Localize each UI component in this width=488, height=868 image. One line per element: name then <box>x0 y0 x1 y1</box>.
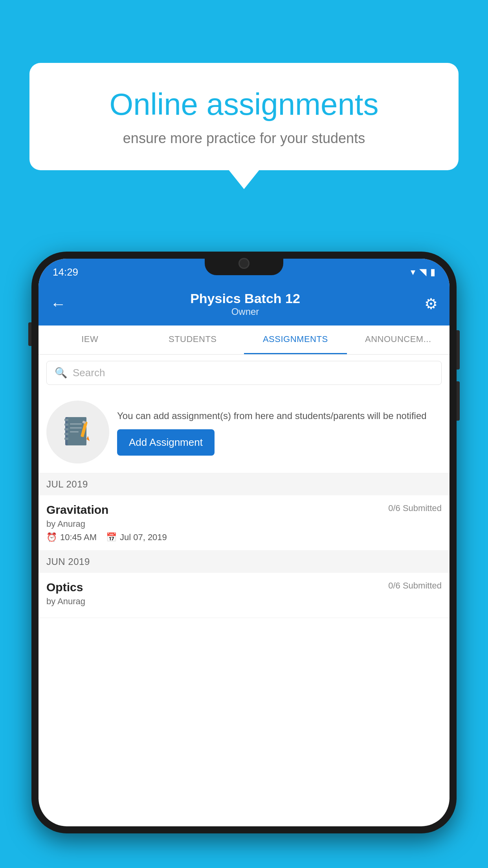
promo-icon-circle <box>46 401 109 463</box>
search-placeholder: Search <box>73 367 105 379</box>
speech-bubble: Online assignments ensure more practice … <box>29 63 459 170</box>
calendar-icon: 📅 <box>106 532 117 542</box>
section-jun-2019: JUN 2019 <box>39 551 449 573</box>
speech-bubble-area: Online assignments ensure more practice … <box>29 63 459 170</box>
status-time: 14:29 <box>53 266 78 278</box>
search-container: 🔍 Search <box>39 355 449 391</box>
notebook-icon <box>62 416 94 449</box>
assignment-optics-header-row: Optics 0/6 Submitted <box>46 581 442 594</box>
svg-rect-7 <box>70 423 82 425</box>
assignment-optics-author: by Anurag <box>46 596 442 607</box>
svg-rect-3 <box>64 423 68 426</box>
wifi-icon: ▾ <box>411 267 415 278</box>
back-button[interactable]: ← <box>50 295 66 313</box>
volume-down-button <box>457 381 460 421</box>
date-value: Jul 07, 2019 <box>120 532 167 542</box>
search-input-wrapper[interactable]: 🔍 Search <box>46 361 442 385</box>
svg-marker-11 <box>86 436 90 441</box>
speech-bubble-subtitle: ensure more practice for your students <box>57 130 431 147</box>
phone-screen: 14:29 ▾ ◥ ▮ ← Physics Batch 12 Owner ⚙ <box>39 259 449 826</box>
search-icon: 🔍 <box>55 367 67 379</box>
tab-assignments[interactable]: ASSIGNMENTS <box>244 326 347 354</box>
speech-bubble-title: Online assignments <box>57 86 431 122</box>
tabs-bar: IEW STUDENTS ASSIGNMENTS ANNOUNCEM... <box>39 326 449 355</box>
phone-frame: 14:29 ▾ ◥ ▮ ← Physics Batch 12 Owner ⚙ <box>31 252 457 833</box>
signal-icon: ◥ <box>419 267 426 278</box>
tab-students[interactable]: STUDENTS <box>141 326 244 354</box>
assignment-meta: ⏰ 10:45 AM 📅 Jul 07, 2019 <box>46 532 442 542</box>
section-jul-2019: JUL 2019 <box>39 473 449 495</box>
assignment-name: Gravitation <box>46 503 108 517</box>
phone-notch <box>205 252 283 275</box>
assignment-header-row: Gravitation 0/6 Submitted <box>46 503 442 517</box>
svg-rect-2 <box>64 419 68 421</box>
assignment-author: by Anurag <box>46 519 442 529</box>
status-icons: ▾ ◥ ▮ <box>411 267 435 278</box>
time-value: 10:45 AM <box>60 532 97 542</box>
assignment-gravitation[interactable]: Gravitation 0/6 Submitted by Anurag ⏰ 10… <box>39 495 449 551</box>
assignment-time: ⏰ 10:45 AM <box>46 532 97 542</box>
svg-rect-6 <box>64 438 68 440</box>
svg-rect-9 <box>70 431 79 432</box>
assignment-optics-name: Optics <box>46 581 83 594</box>
svg-rect-4 <box>64 428 68 430</box>
tab-announcements[interactable]: ANNOUNCEM... <box>347 326 450 354</box>
svg-rect-5 <box>64 433 68 435</box>
tab-iew[interactable]: IEW <box>39 326 141 354</box>
header-title: Physics Batch 12 <box>190 291 300 306</box>
header-title-group: Physics Batch 12 Owner <box>190 291 300 317</box>
assignment-date: 📅 Jul 07, 2019 <box>106 532 167 542</box>
add-assignment-promo: You can add assignment(s) from here and … <box>39 391 449 473</box>
header-subtitle: Owner <box>190 306 300 317</box>
volume-button <box>28 322 31 346</box>
settings-icon[interactable]: ⚙ <box>424 295 438 313</box>
svg-rect-8 <box>70 427 82 428</box>
clock-icon: ⏰ <box>46 532 57 542</box>
front-camera <box>238 258 250 269</box>
add-assignment-button[interactable]: Add Assignment <box>117 429 215 456</box>
promo-right: You can add assignment(s) from here and … <box>117 409 442 456</box>
power-button <box>457 330 460 370</box>
app-header: ← Physics Batch 12 Owner ⚙ <box>39 282 449 326</box>
assignment-submitted: 0/6 Submitted <box>388 503 442 513</box>
assignment-optics[interactable]: Optics 0/6 Submitted by Anurag <box>39 573 449 618</box>
phone-container: 14:29 ▾ ◥ ▮ ← Physics Batch 12 Owner ⚙ <box>31 252 457 868</box>
promo-text: You can add assignment(s) from here and … <box>117 409 442 423</box>
assignment-optics-submitted: 0/6 Submitted <box>388 581 442 591</box>
battery-icon: ▮ <box>430 267 435 278</box>
